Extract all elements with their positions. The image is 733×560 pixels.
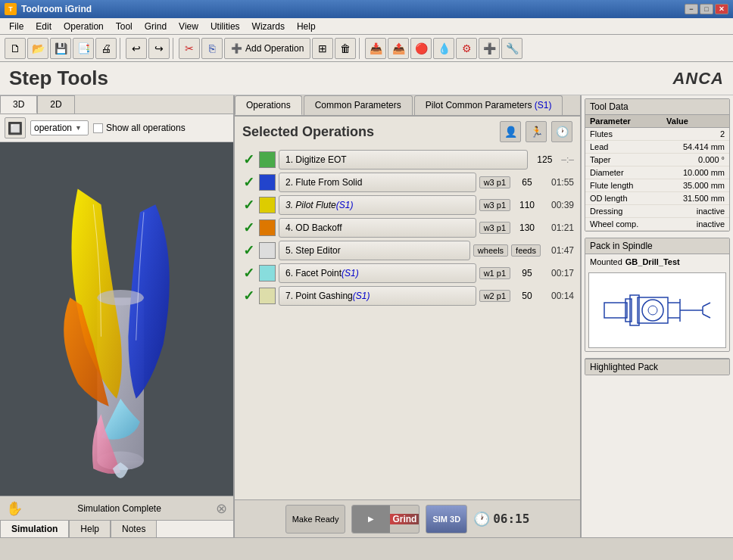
toolbar-export[interactable]: 📤 [388,38,409,59]
param-label: Wheel comp. [585,218,662,231]
toolbar-import[interactable]: 📥 [365,38,386,59]
clock-icon: 🕐 [473,511,490,527]
tool-data-section: Tool Data Parameter Value Flutes2 Lead54… [585,98,730,232]
toolbar-open[interactable]: 📂 [27,38,48,59]
op-time-3: 00:39 [544,200,574,210]
toolbar-copy[interactable]: ⎘ [201,38,223,59]
viewport-icon[interactable]: 🔲 [5,117,26,138]
hand-icon[interactable]: ✋ [6,500,23,517]
param-value: inactive [662,205,729,218]
make-ready-label: Make Ready [292,515,339,524]
op-button-2[interactable]: 2. Flute From Solid [279,173,476,192]
add-operation-button[interactable]: ➕ Add Operation [224,38,310,59]
ops-icons: 👤 🏃 🕐 [500,121,572,142]
toolbar-separator-2 [173,38,176,59]
param-value: inactive [662,218,729,231]
titlebar: T Toolroom iGrind − □ ✕ [0,0,733,18]
op-val-4: 130 [513,222,541,233]
tab-operations[interactable]: Operations [235,95,302,115]
dropdown-arrow-icon: ▼ [75,124,82,132]
menu-edit[interactable]: Edit [30,20,58,33]
sim-label: SIM 3D [432,515,460,524]
menu-utilities[interactable]: Utilities [204,20,246,33]
ops-icon-run[interactable]: 🏃 [526,121,547,142]
op-button-4[interactable]: 4. OD Backoff [279,218,476,238]
sim-tab-help[interactable]: Help [69,521,111,537]
toolbar-settings[interactable]: 🔧 [501,38,522,59]
op-color-7 [259,288,276,304]
menu-help[interactable]: Help [291,20,322,33]
bottom-bar: Make Ready ▶ Grind SIM 3D 🕐 06:15 [235,499,580,537]
op-check-6: ✓ [241,265,256,282]
col-header-parameter: Parameter [585,115,662,128]
ops-icon-clock[interactable]: 🕐 [551,121,572,142]
toolbar-save2[interactable]: 📑 [73,38,94,59]
toolbar-save[interactable]: 💾 [50,38,71,59]
sim-tab-simulation[interactable]: Simulation [0,521,69,537]
close-button[interactable]: ✕ [715,4,728,14]
toolbar-red1[interactable]: 🔴 [410,38,432,59]
toolbar-grid[interactable]: ⊞ [312,38,333,59]
op-val-1: 125 [531,154,558,165]
make-ready-button[interactable]: Make Ready [285,505,346,534]
sim-tab-notes[interactable]: Notes [111,521,157,537]
op-val-2: 65 [513,177,541,188]
page-title: Step Tools [9,67,108,90]
param-label: Lead [585,141,662,154]
tab-common-parameters[interactable]: Common Parameters [304,95,413,115]
param-label: Diameter [585,166,662,179]
list-item: Flutes2 [585,128,729,141]
tab-pilot-common-parameters[interactable]: Pilot Common Parameters (S1) [414,95,563,115]
stop-icon[interactable]: ⊗ [216,500,227,517]
menu-operation[interactable]: Operation [58,20,110,33]
param-label: Flutes [585,128,662,141]
table-row: ✓ 6. Facet Point (S1) w1 p1 95 00:17 [241,263,574,283]
param-value: 2 [662,128,729,141]
left-controls: 🔲 operation ▼ Show all operations [0,114,233,142]
menu-view[interactable]: View [173,20,204,33]
op-check-2: ✓ [241,174,256,191]
menu-wizards[interactable]: Wizards [246,20,291,33]
menu-file[interactable]: File [3,20,30,33]
toolbar-print[interactable]: 🖨 [95,38,117,59]
tab-3d[interactable]: 3D [0,95,37,114]
ops-title: Selected Operations [242,124,374,140]
menu-grind[interactable]: Grind [139,20,173,33]
toolbar-new[interactable]: 🗋 [5,38,26,59]
minimize-button[interactable]: − [685,4,698,14]
menu-tool[interactable]: Tool [110,20,139,33]
op-tag-3: w3 p1 [479,199,510,211]
op-check-7: ✓ [241,288,256,304]
total-time: 06:15 [493,512,529,526]
op-button-3[interactable]: 3. Pilot Flute (S1) [279,195,476,215]
op-button-5[interactable]: 5. Step Editor [279,241,470,260]
op-button-1[interactable]: 1. Digitize EOT [279,150,528,170]
toolbar-gear[interactable]: ⚙ [456,38,477,59]
op-check-5: ✓ [241,242,256,259]
page-title-bar: Step Tools ANCA [0,62,733,95]
maximize-button[interactable]: □ [700,4,713,14]
table-row: ✓ 2. Flute From Solid w3 p1 65 01:55 [241,173,574,192]
svg-point-3 [97,290,144,306]
toolbar-add2[interactable]: ➕ [479,38,500,59]
show-all-checkbox[interactable] [93,123,103,133]
toolbar-delete[interactable]: 🗑 [335,38,356,59]
tab-2d[interactable]: 2D [37,95,74,114]
op-button-6[interactable]: 6. Facet Point (S1) [279,263,476,283]
op-tag-5b: feeds [511,244,541,257]
pack-diagram [588,272,726,348]
op-dash-1: –:– [561,154,574,165]
grind-button[interactable]: ▶ Grind [351,505,420,534]
toolbar-drop[interactable]: 💧 [433,38,454,59]
toolbar-undo[interactable]: ↩ [126,38,147,59]
op-time-6: 00:17 [544,268,574,278]
ops-icon-person[interactable]: 👤 [500,121,521,142]
toolbar-cut[interactable]: ✂ [179,38,200,59]
sim-button[interactable]: SIM 3D [426,505,467,534]
time-container: 🕐 06:15 [473,511,529,527]
toolbar-redo[interactable]: ↪ [148,38,170,59]
show-all-checkbox-label[interactable]: Show all operations [93,123,186,133]
operation-dropdown[interactable]: operation ▼ [30,120,89,135]
op-button-7[interactable]: 7. Point Gashing (S1) [279,286,476,306]
center-panel: Operations Common Parameters Pilot Commo… [235,95,582,537]
